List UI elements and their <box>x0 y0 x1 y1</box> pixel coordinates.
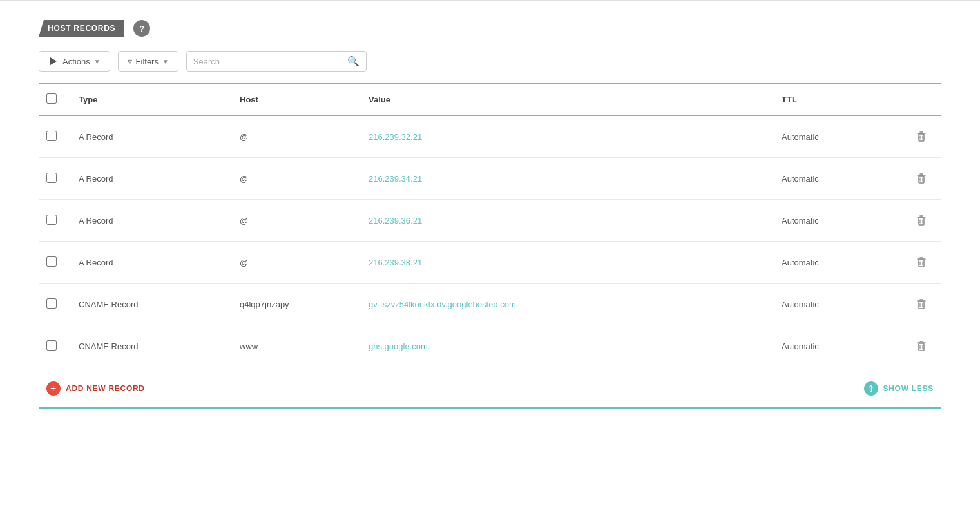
delete-button-4[interactable] <box>910 295 932 313</box>
add-new-record-label: ADD NEW RECORD <box>66 384 145 393</box>
row-value: 216.239.32.21 <box>361 115 774 158</box>
row-ttl: Automatic <box>774 158 903 200</box>
search-input[interactable] <box>193 57 343 66</box>
table-row: A Record @ 216.239.34.21 Automatic <box>39 158 941 200</box>
filters-chevron-icon: ▼ <box>162 58 169 65</box>
svg-rect-20 <box>919 302 924 309</box>
row-checkbox-4[interactable] <box>46 298 57 309</box>
search-icon[interactable]: 🔍 <box>347 55 360 67</box>
row-ttl: Automatic <box>774 325 903 367</box>
row-checkbox-1[interactable] <box>46 173 57 183</box>
play-icon <box>48 56 59 66</box>
row-type: CNAME Record <box>71 284 232 325</box>
row-type: A Record <box>71 158 232 200</box>
delete-button-5[interactable] <box>910 337 932 355</box>
row-host: @ <box>232 200 361 242</box>
row-type: CNAME Record <box>71 325 232 367</box>
filter-icon: ▿ <box>128 56 132 66</box>
row-checkbox-cell <box>39 325 71 367</box>
show-less-button[interactable]: ⇧ SHOW LESS <box>864 381 934 396</box>
row-host: q4lqp7jnzapy <box>232 284 361 325</box>
row-value: ghs.google.com. <box>361 325 774 367</box>
delete-button-2[interactable] <box>910 211 932 229</box>
row-host: @ <box>232 115 361 158</box>
row-value: 216.239.34.21 <box>361 158 774 200</box>
row-type: A Record <box>71 242 232 284</box>
row-checkbox-cell <box>39 200 71 242</box>
row-ttl: Automatic <box>774 242 903 284</box>
row-checkbox-cell <box>39 242 71 284</box>
row-checkbox-cell <box>39 284 71 325</box>
toolbar: Actions ▼ ▿ Filters ▼ 🔍 <box>39 51 941 83</box>
table-row: A Record @ 216.239.36.21 Automatic <box>39 200 941 242</box>
add-new-record-button[interactable]: + ADD NEW RECORD <box>46 381 145 396</box>
row-checkbox-5[interactable] <box>46 340 57 351</box>
host-records-table: Type Host Value TTL A Record @ 216.239.3… <box>39 83 941 367</box>
filters-button[interactable]: ▿ Filters ▼ <box>118 51 178 72</box>
row-delete-cell <box>903 115 941 158</box>
row-type: A Record <box>71 115 232 158</box>
filters-label: Filters <box>136 57 159 66</box>
row-type: A Record <box>71 200 232 242</box>
table-row: CNAME Record q4lqp7jnzapy gv-tszvz54lkon… <box>39 284 941 325</box>
row-host: www <box>232 325 361 367</box>
row-checkbox-2[interactable] <box>46 215 57 225</box>
show-less-label: SHOW LESS <box>883 384 934 393</box>
col-host: Host <box>232 84 361 115</box>
svg-rect-15 <box>919 260 924 267</box>
row-checkbox-cell <box>39 115 71 158</box>
col-value: Value <box>361 84 774 115</box>
row-host: @ <box>232 242 361 284</box>
table-row: A Record @ 216.239.32.21 Automatic <box>39 115 941 158</box>
col-checkbox <box>39 84 71 115</box>
row-checkbox-0[interactable] <box>46 131 57 141</box>
svg-rect-10 <box>919 218 924 225</box>
row-value: gv-tszvz54lkonkfx.dv.googlehosted.com. <box>361 284 774 325</box>
table-row: CNAME Record www ghs.google.com. Automat… <box>39 325 941 367</box>
delete-button-3[interactable] <box>910 253 932 271</box>
actions-label: Actions <box>62 57 90 66</box>
page-title: HOST RECORDS <box>39 20 124 37</box>
row-host: @ <box>232 158 361 200</box>
col-actions <box>903 84 941 115</box>
col-type: Type <box>71 84 232 115</box>
row-value: 216.239.38.21 <box>361 242 774 284</box>
up-arrow-icon: ⇧ <box>864 381 878 396</box>
svg-rect-25 <box>919 343 924 351</box>
row-checkbox-cell <box>39 158 71 200</box>
row-ttl: Automatic <box>774 284 903 325</box>
row-delete-cell <box>903 284 941 325</box>
help-icon[interactable]: ? <box>133 20 150 37</box>
row-value: 216.239.36.21 <box>361 200 774 242</box>
table-footer: + ADD NEW RECORD ⇧ SHOW LESS <box>39 370 941 409</box>
row-delete-cell <box>903 242 941 284</box>
table-row: A Record @ 216.239.38.21 Automatic <box>39 242 941 284</box>
row-delete-cell <box>903 200 941 242</box>
actions-button[interactable]: Actions ▼ <box>39 51 110 72</box>
search-box: 🔍 <box>186 51 367 72</box>
row-delete-cell <box>903 325 941 367</box>
row-checkbox-3[interactable] <box>46 256 57 267</box>
row-delete-cell <box>903 158 941 200</box>
delete-button-0[interactable] <box>910 128 932 146</box>
col-ttl: TTL <box>774 84 903 115</box>
svg-rect-5 <box>919 176 924 183</box>
plus-circle-icon: + <box>46 381 61 396</box>
row-ttl: Automatic <box>774 115 903 158</box>
delete-button-1[interactable] <box>910 169 932 188</box>
actions-chevron-icon: ▼ <box>94 58 101 65</box>
row-ttl: Automatic <box>774 200 903 242</box>
select-all-checkbox[interactable] <box>46 93 57 104</box>
svg-rect-0 <box>919 134 924 141</box>
